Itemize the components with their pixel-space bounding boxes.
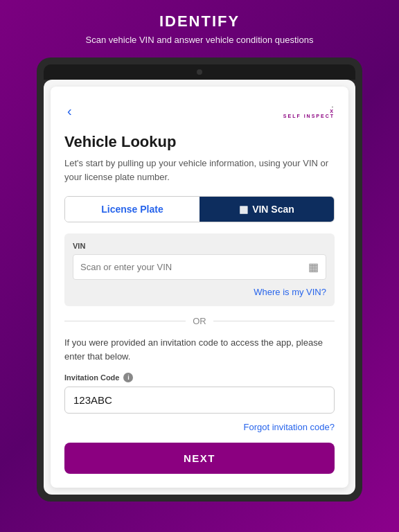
page-subtitle: Scan vehicle VIN and answer vehicle cond… (14, 35, 385, 45)
where-link: Where is my VIN? (73, 285, 326, 298)
or-line-left (64, 321, 186, 321)
or-divider: OR (64, 316, 335, 326)
info-icon[interactable]: i (123, 373, 133, 382)
vin-input[interactable] (80, 262, 308, 272)
top-header: IDENTIFY Scan vehicle VIN and answer veh… (0, 0, 399, 52)
vin-scan-icon: ▦ (308, 260, 319, 274)
vin-input-row: ▦ (73, 254, 326, 280)
tablet-screen: ‹ -X SELF INSPECT Vehicle Lookup Let's s… (44, 80, 355, 495)
forgot-link: Forgot invitation code? (64, 420, 335, 433)
invitation-description: If you were provided an invitation code … (64, 336, 335, 363)
invitation-label-row: Invitation Code i (64, 373, 335, 382)
vin-section: VIN ▦ Where is my VIN? (64, 233, 335, 306)
tablet-frame: ‹ -X SELF INSPECT Vehicle Lookup Let's s… (37, 57, 362, 502)
or-text: OR (193, 316, 206, 326)
invitation-input[interactable] (64, 387, 335, 414)
main-card: ‹ -X SELF INSPECT Vehicle Lookup Let's s… (51, 87, 348, 488)
tablet-camera (197, 69, 202, 75)
page-title: IDENTIFY (14, 12, 385, 30)
card-subtitle: Let's start by pulling up your vehicle i… (64, 157, 335, 184)
tablet-top-bar (44, 64, 355, 80)
vin-label: VIN (73, 242, 326, 250)
next-button[interactable]: NEXT (64, 443, 335, 474)
or-line-right (213, 321, 335, 321)
forgot-invitation-code-link[interactable]: Forgot invitation code? (243, 422, 335, 432)
tab-switcher: License Plate ▦ VIN Scan (64, 196, 335, 222)
logo: -X SELF INSPECT (283, 104, 335, 118)
card-header: ‹ -X SELF INSPECT (64, 100, 335, 122)
barcode-icon: ▦ (239, 204, 248, 215)
tab-license-plate[interactable]: License Plate (65, 197, 200, 222)
card-title: Vehicle Lookup (64, 133, 335, 151)
where-is-my-vin-link[interactable]: Where is my VIN? (254, 287, 326, 297)
tab-vin-scan[interactable]: ▦ VIN Scan (200, 197, 334, 222)
invitation-label: Invitation Code (64, 373, 119, 382)
back-button[interactable]: ‹ (64, 100, 75, 122)
